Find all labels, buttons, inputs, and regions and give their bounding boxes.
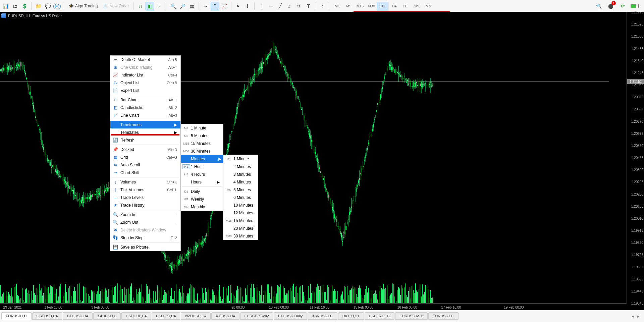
menu-item[interactable]: W1Weekly — [181, 195, 223, 203]
chart-tab[interactable]: NZDUSD,H4 — [181, 312, 211, 320]
objects-icon[interactable]: ↕ — [318, 2, 326, 10]
vline-icon[interactable]: │ — [257, 2, 266, 10]
chart-canvas[interactable] — [0, 12, 627, 303]
chart-tab[interactable]: EURUSD,M20 — [395, 312, 428, 320]
cursor-icon[interactable]: ➤ — [234, 2, 243, 10]
profiles-icon[interactable]: 🗂 — [11, 2, 19, 10]
chart-shift-icon[interactable]: ⇥ — [201, 2, 210, 10]
chart-tab[interactable]: USDCHF,H4 — [121, 312, 151, 320]
trendline-icon[interactable]: ╱ — [276, 2, 284, 10]
menu-item[interactable]: M1515 Minutes — [181, 140, 223, 147]
menu-item[interactable]: 📈Indicator ListCtrl+I — [110, 71, 180, 79]
menu-item[interactable]: 📌DockedAlt+D — [110, 146, 180, 153]
chart-tab[interactable]: GBPUSD,H4 — [32, 312, 62, 320]
hline-icon[interactable]: ─ — [266, 2, 275, 10]
menu-item[interactable]: 4 Minutes — [223, 178, 258, 186]
menu-item[interactable]: M55 Minutes — [223, 186, 258, 194]
menu-item[interactable]: M3030 Minutes — [223, 232, 258, 240]
chart-tab[interactable]: XBRUSD,H1 — [308, 312, 337, 320]
chat-icon[interactable]: 💬 — [43, 2, 52, 10]
zoom-in-icon[interactable]: 🔍 — [169, 2, 177, 10]
menu-item[interactable]: M1515 Minutes — [223, 217, 258, 224]
equidistant-icon[interactable]: ⫽ — [285, 2, 294, 10]
menu-item[interactable]: ⇥Chart Shift — [110, 169, 180, 176]
chart-tab[interactable]: XAUUSD,H — [93, 312, 121, 320]
menu-item[interactable]: Timeframes▶ — [110, 121, 180, 128]
menu-item[interactable]: 🔍Zoom Out- — [110, 218, 180, 226]
menu-item[interactable]: 🔍Zoom In+ — [110, 211, 180, 218]
menu-item[interactable]: ⫿VolumesCtrl+K — [110, 178, 180, 186]
menu-item[interactable]: 3 Minutes — [223, 170, 258, 178]
menu-item[interactable]: 📄Expert List — [110, 87, 180, 94]
menu-item[interactable]: M55 Minutes — [181, 132, 223, 140]
auto-scroll-icon[interactable]: ⤒ — [211, 2, 219, 10]
chart-tab[interactable]: UK100,H1 — [338, 312, 364, 320]
auto-arrange-icon[interactable]: ▦ — [187, 2, 196, 10]
fibo-icon[interactable]: ≋ — [294, 2, 303, 10]
chart-tab[interactable]: USDCAD,H1 — [365, 312, 395, 320]
menu-item[interactable]: MNMonthly — [181, 203, 223, 211]
chart-context-menu[interactable]: ≣Depth Of MarketAlt+B⊞One Click TradingA… — [110, 55, 181, 251]
menu-item[interactable]: ⩗Line ChartAlt+3 — [110, 111, 180, 119]
menu-item[interactable]: 6 Minutes — [223, 194, 258, 201]
timeframe-w1-button[interactable]: W1 — [411, 2, 423, 10]
search-icon[interactable]: 🔍 — [594, 2, 603, 10]
menu-item[interactable]: 12 Minutes — [223, 209, 258, 217]
menu-item[interactable]: 👣Step by StepF12 — [110, 234, 180, 241]
menu-item[interactable]: 10 Minutes — [223, 201, 258, 209]
menu-item[interactable]: 🗂Object ListCtrl+B — [110, 79, 180, 87]
menu-item[interactable]: Minutes▶ — [181, 155, 223, 163]
chart-tab[interactable]: ETHUSD,Daily — [274, 312, 307, 320]
connection-status-icon[interactable]: ⟳ — [619, 2, 627, 10]
menu-item[interactable]: Hours▶ — [181, 178, 223, 186]
candlestick-chart-icon[interactable]: ◧ — [146, 2, 154, 10]
timeframes-submenu[interactable]: M11 MinuteM55 MinutesM1515 MinutesM3030 … — [180, 124, 223, 211]
chart-tab[interactable]: EURGBP,Daily — [240, 312, 273, 320]
bar-chart-icon[interactable]: ⎍ — [136, 2, 145, 10]
market-watch-icon[interactable]: 💲 — [20, 2, 29, 10]
chart-tab[interactable]: EURUSD,H1 — [1, 312, 32, 320]
timeframe-mn-button[interactable]: MN — [423, 2, 434, 10]
menu-item[interactable]: 2 Minutes — [223, 163, 258, 170]
menu-item[interactable]: H44 Hours — [181, 170, 223, 178]
timeframe-h4-button[interactable]: H4 — [388, 2, 400, 10]
chart-tab[interactable]: USDJPY,H4 — [152, 312, 180, 320]
menu-item[interactable]: ★Trade History — [110, 201, 180, 209]
chart-area[interactable]: EURUSD, H1: Euro vs US Dollar 1.21152 1.… — [0, 12, 644, 310]
zoom-out-icon[interactable]: 🔎 — [178, 2, 187, 10]
signals-icon[interactable]: ((•)) — [53, 2, 61, 10]
timeframe-m30-button[interactable]: M30 — [366, 2, 377, 10]
tab-scroll-right-icon[interactable]: ► — [636, 314, 641, 318]
text-label-icon[interactable]: T — [304, 2, 313, 10]
timeframe-d1-button[interactable]: D1 — [400, 2, 411, 10]
menu-item[interactable]: ≕Trade Levels — [110, 194, 180, 201]
menu-item[interactable]: ⫿Tick VolumesCtrl+L — [110, 186, 180, 194]
new-chart-icon[interactable]: 📊 — [1, 2, 10, 10]
timeframe-h1-button[interactable]: H1 — [377, 2, 388, 10]
tab-scroll-left-icon[interactable]: ◄ — [631, 314, 635, 318]
menu-item[interactable]: D1Daily — [181, 187, 223, 195]
indicators-icon[interactable]: 📈 — [220, 2, 229, 10]
menu-item[interactable]: 🔄Refresh — [110, 136, 180, 144]
notifications-icon[interactable]: ⬤ 1 — [606, 2, 615, 10]
menu-item[interactable]: ≣Depth Of MarketAlt+B — [110, 56, 180, 63]
menu-item[interactable]: 💾Save as Picture — [110, 243, 180, 251]
new-order-button[interactable]: 🧾 New Order — [101, 2, 131, 10]
menu-item[interactable]: M11 Minute — [223, 155, 258, 163]
crosshair-icon[interactable]: ✛ — [243, 2, 252, 10]
menu-item[interactable]: H11 Hour — [181, 163, 223, 170]
menu-item[interactable]: ⎍Bar ChartAlt+1 — [110, 96, 180, 104]
menu-item[interactable]: ◧CandlesticksAlt+2 — [110, 104, 180, 111]
line-chart-icon[interactable]: ⩗ — [155, 2, 164, 10]
chart-tab[interactable]: XTIUSD,H4 — [211, 312, 239, 320]
menu-item[interactable]: M3030 Minutes — [181, 147, 223, 155]
menu-item[interactable]: M11 Minute — [181, 124, 223, 132]
timeframe-m15-button[interactable]: M15 — [354, 2, 366, 10]
menu-item[interactable]: ▦GridCtrl+G — [110, 153, 180, 161]
navigator-icon[interactable]: 📁 — [34, 2, 43, 10]
timeframe-m1-button[interactable]: M1 — [331, 2, 343, 10]
minutes-submenu[interactable]: M11 Minute2 Minutes3 Minutes4 MinutesM55… — [223, 155, 258, 240]
algo-trading-button[interactable]: 🎓 Algo Trading — [66, 2, 100, 10]
menu-item[interactable]: 20 Minutes — [223, 224, 258, 232]
chart-tab[interactable]: BTCUSD,H4 — [63, 312, 92, 320]
